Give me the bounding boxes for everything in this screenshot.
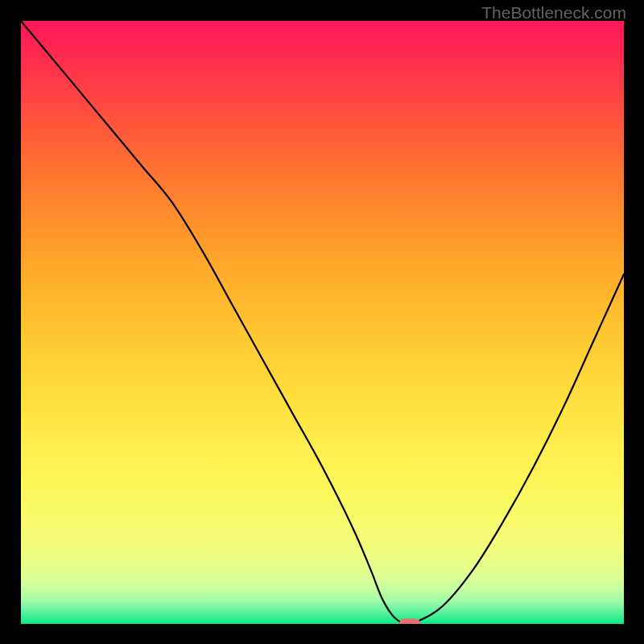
watermark-text: TheBottleneck.com xyxy=(481,3,626,23)
optimal-marker xyxy=(399,619,420,625)
curve-svg xyxy=(21,21,624,624)
plot-area xyxy=(21,21,624,624)
bottleneck-curve xyxy=(21,21,624,624)
